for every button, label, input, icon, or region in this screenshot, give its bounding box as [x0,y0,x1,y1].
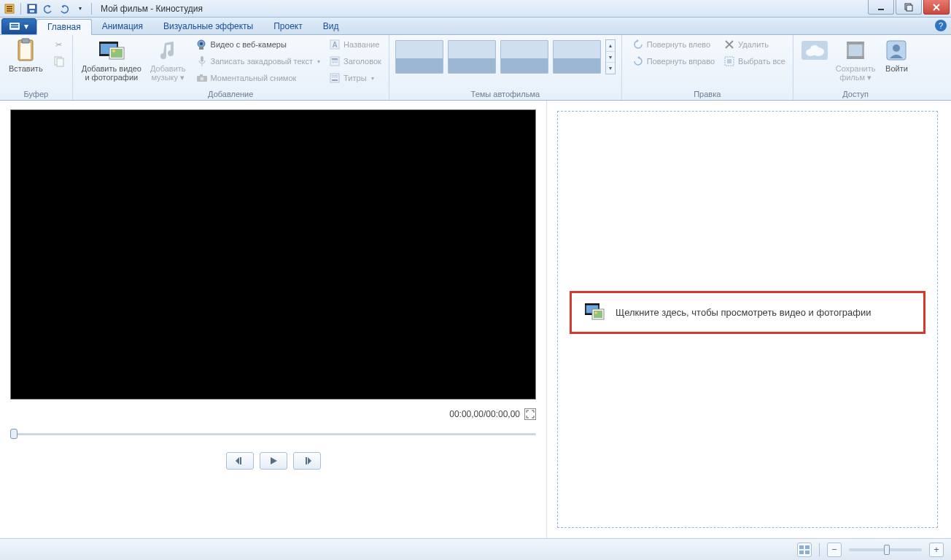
theme-thumb-1[interactable] [395,40,443,74]
ribbon-group-buffer-title: Буфер [4,89,68,100]
svg-rect-25 [111,49,123,58]
zoom-in-button[interactable]: + [929,542,944,557]
thumbnail-view-button[interactable] [797,542,812,557]
zoom-slider[interactable] [849,548,922,551]
browse-media-prompt[interactable]: Щелкните здесь, чтобы просмотреть видео … [570,291,925,334]
webcam-video-button[interactable]: Видео с веб-камеры [193,36,324,52]
svg-rect-38 [332,58,338,60]
gallery-scroll: ▴ ▾ ▾ [605,39,616,74]
previous-frame-button[interactable] [226,452,254,470]
snapshot-button[interactable]: Моментальный снимок [193,70,324,86]
add-music-button[interactable]: Добавить музыку ▾ [146,36,190,83]
signin-button[interactable]: Войти [880,36,913,74]
add-video-photo-button[interactable]: Добавить видео и фотографии [77,36,146,83]
ribbon-group-buffer: Вставить ✂ Буфер [0,35,73,100]
content-area: 00:00,00/00:00,00 Щелкните здесь, чтобы … [0,101,951,538]
delete-button[interactable]: Удалить [721,36,788,52]
camera-icon [196,72,208,84]
tab-main[interactable]: Главная [36,19,92,35]
tab-view[interactable]: Вид [313,18,349,34]
svg-rect-41 [330,74,339,82]
fullscreen-button[interactable] [524,408,536,420]
paste-label: Вставить [9,64,43,73]
tab-animation[interactable]: Анимация [92,18,153,34]
svg-point-33 [200,77,203,81]
record-narration-button[interactable]: Записать закадровый текст ▾ [193,53,324,69]
svg-rect-30 [201,56,203,62]
theme-thumb-3[interactable] [500,40,548,74]
ribbon-group-access: Сохранить фильм ▾ Войти Доступ [793,35,918,100]
film-photo-icon [585,303,604,322]
svg-rect-13 [11,24,18,26]
titles-button[interactable]: Титры ▾ [326,70,384,86]
timeline-dropzone[interactable]: Щелкните здесь, чтобы просмотреть видео … [557,111,938,528]
ribbon-group-edit-title: Правка [626,89,788,100]
time-row: 00:00,00/00:00,00 [10,408,536,420]
play-button[interactable] [260,452,287,470]
next-frame-button[interactable] [293,452,321,470]
rotate-right-button[interactable]: Повернуть вправо [629,53,718,69]
seek-bar[interactable] [10,430,536,438]
copy-button[interactable] [50,53,68,69]
svg-rect-48 [727,59,731,63]
redo-icon[interactable] [58,2,71,15]
undo-icon[interactable] [42,2,55,15]
zoom-out-button[interactable]: − [827,542,842,557]
tab-project[interactable]: Проект [263,18,313,34]
svg-rect-43 [332,75,338,76]
svg-rect-66 [594,311,602,318]
chevron-down-icon: ▾ [180,73,185,82]
save-movie-button[interactable]: Сохранить фильм ▾ [831,36,880,83]
chevron-down-icon: ▾ [867,73,872,82]
window-title: Мой фильм - Киностудия [101,4,203,14]
music-note-icon [155,38,180,63]
save-icon[interactable] [26,2,39,15]
zoom-slider-thumb[interactable] [884,545,890,555]
gallery-scroll-down-icon[interactable]: ▾ [606,52,615,63]
video-preview [10,109,536,400]
svg-rect-2 [7,8,12,9]
delete-x-icon [723,39,735,50]
rotate-right-icon [632,55,644,67]
fullscreen-icon [527,411,534,418]
ribbon: Вставить ✂ Буфер Добавить видео и фотогр… [0,35,951,101]
maximize-button[interactable] [896,0,922,15]
user-icon [884,38,909,63]
chevron-down-icon: ▾ [371,75,374,82]
svg-rect-70 [799,551,804,554]
timeline-pane: Щелкните здесь, чтобы просмотреть видео … [547,101,951,538]
close-button[interactable] [923,0,950,15]
select-all-button[interactable]: Выбрать все [721,53,788,69]
header-button[interactable]: Заголовок [326,53,384,69]
ribbon-group-access-title: Доступ [798,89,914,100]
file-menu-button[interactable]: ▾ [1,18,36,34]
app-icon[interactable] [3,2,16,15]
caption-button[interactable]: A Название [326,36,384,52]
minimize-button[interactable] [868,0,894,15]
quick-access-toolbar: ▾ [0,2,96,15]
theme-thumb-2[interactable] [448,40,496,74]
seek-thumb[interactable] [10,429,18,439]
theme-thumb-4[interactable] [553,40,601,74]
help-button[interactable]: ? [935,20,947,31]
filmstrip-photo-icon [99,38,124,63]
svg-rect-1 [7,6,12,7]
svg-rect-60 [306,457,307,464]
gallery-scroll-up-icon[interactable]: ▴ [606,40,615,52]
svg-rect-59 [240,457,241,464]
cut-button[interactable]: ✂ [50,36,68,52]
tab-visual-effects[interactable]: Визуальные эффекты [153,18,263,34]
ribbon-group-themes-title: Темы автофильма [394,89,617,100]
svg-point-28 [200,42,203,45]
browse-media-prompt-text: Щелкните здесь, чтобы просмотреть видео … [616,307,872,318]
paste-button[interactable]: Вставить [4,36,47,74]
rotate-left-button[interactable]: Повернуть влево [629,36,718,52]
time-display: 00:00,00/00:00,00 [449,409,520,419]
gallery-expand-icon[interactable]: ▾ [606,63,615,74]
qat-dropdown-icon[interactable]: ▾ [74,2,87,15]
svg-rect-63 [585,303,599,306]
select-all-icon [723,55,735,67]
text-header-icon [329,55,341,67]
svg-text:A: A [332,41,337,49]
share-cloud-button[interactable] [798,36,831,66]
